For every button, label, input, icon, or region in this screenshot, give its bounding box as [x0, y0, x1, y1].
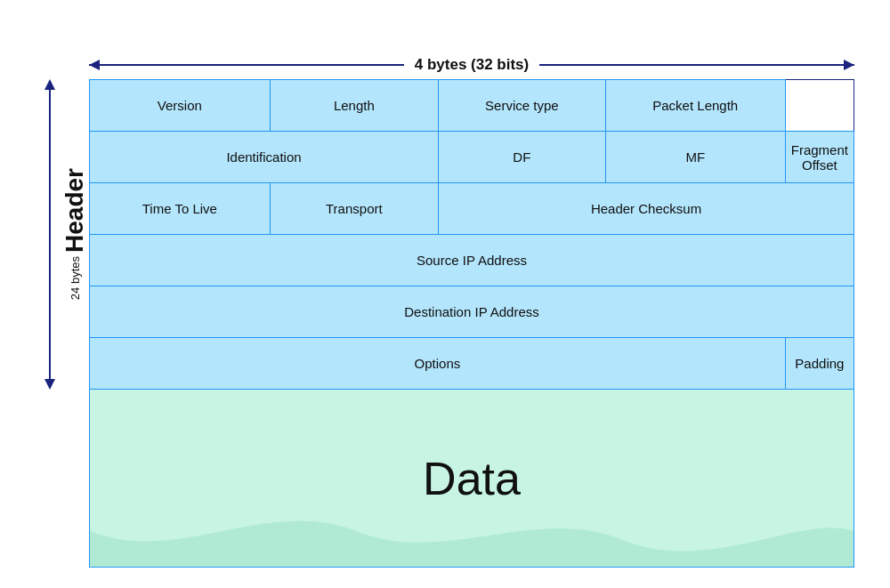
table-row: Source IP Address: [90, 235, 854, 286]
data-wave: [90, 495, 854, 567]
header-arrow-container: [44, 79, 55, 390]
cell-service-type: Service type: [439, 80, 606, 132]
top-arrow-left: [89, 60, 100, 70]
cell-mf: MF: [605, 132, 785, 183]
cell-dest-ip: Destination IP Address: [90, 286, 854, 338]
cell-transport: Transport: [270, 183, 438, 235]
cell-source-ip: Source IP Address: [90, 235, 854, 286]
cell-padding: Padding: [785, 338, 854, 390]
data-label: Data: [423, 452, 521, 505]
header-small-label: 24 bytes: [69, 256, 82, 300]
left-labels: Header 24 bytes: [36, 79, 89, 390]
header-text-rotated: Header 24 bytes: [61, 79, 89, 390]
cell-ttl: Time To Live: [90, 183, 271, 235]
packet-table: Version Length Service type Packet Lengt…: [89, 79, 854, 390]
cell-header-checksum: Header Checksum: [439, 183, 854, 235]
header-arrow-line: [49, 90, 51, 379]
cell-version: Version: [90, 80, 271, 132]
table-row: Version Length Service type Packet Lengt…: [90, 80, 854, 132]
table-row: Destination IP Address: [90, 286, 854, 338]
data-section: Data: [89, 390, 854, 568]
main-content: Header 24 bytes Version Length Service t…: [36, 79, 854, 390]
diagram-wrapper: 4 bytes (32 bits) Header 24 bytes Versio…: [36, 20, 854, 568]
table-row: Options Padding: [90, 338, 854, 390]
top-arrow-container: 4 bytes (32 bits): [89, 56, 854, 74]
cell-options: Options: [90, 338, 786, 390]
cell-length: Length: [270, 80, 438, 132]
header-arrow-down: [44, 379, 55, 390]
table-row: Identification DF MF Fragment Offset: [90, 132, 854, 183]
cell-packet-length: Packet Length: [605, 80, 785, 132]
header-arrow-up: [44, 79, 55, 90]
cell-fragment-offset: Fragment Offset: [785, 132, 854, 183]
cell-identification: Identification: [90, 132, 439, 183]
top-arrow-right: [844, 60, 854, 70]
table-row: Time To Live Transport Header Checksum: [90, 183, 854, 235]
cell-df: DF: [439, 132, 606, 183]
header-big-label: Header: [61, 168, 89, 253]
top-arrow-label: 4 bytes (32 bits): [404, 56, 540, 74]
